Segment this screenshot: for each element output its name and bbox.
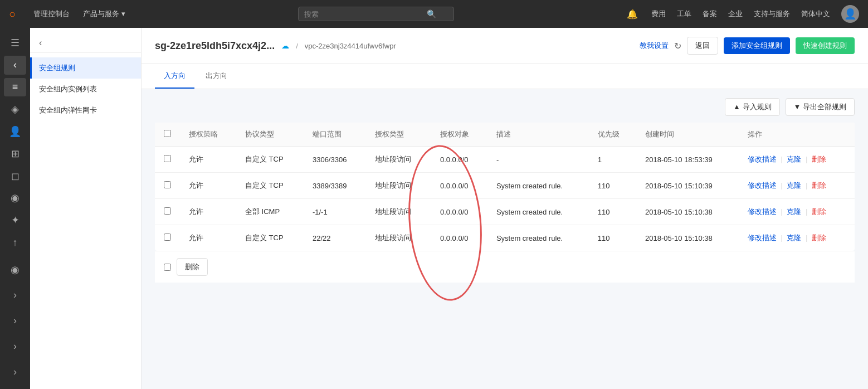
sidebar-chart-icon[interactable]: ↑: [4, 233, 26, 252]
table-row: 允许 自定义 TCP 3389/3389 地址段访问 0.0.0.0/0 Sys…: [155, 173, 855, 199]
table-footer: 删除: [155, 251, 855, 283]
row-desc-0: -: [487, 147, 589, 173]
icon-sidebar: ☰ ‹ ≡ ◈ 👤 ⊞ ◻ ◉ ✦ ↑ ◉ › › › ›: [0, 28, 30, 389]
sidebar-network-icon[interactable]: ✦: [4, 211, 26, 230]
main-layout: ☰ ‹ ≡ ◈ 👤 ⊞ ◻ ◉ ✦ ↑ ◉ › › › › ‹ 安全组规则 安全…: [0, 28, 868, 389]
row-protocol-2: 全部 ICMP: [236, 199, 304, 225]
breadcrumb-sep: /: [296, 42, 298, 50]
table-header-row: 授权策略 协议类型 端口范围 授权类型 授权对象 描述 优先级 创建时间 操作: [155, 123, 855, 147]
action-clone-0[interactable]: 克隆: [787, 155, 801, 163]
import-rules-button[interactable]: ▲ 导入规则: [725, 98, 779, 116]
bell-icon[interactable]: 🔔: [627, 9, 638, 20]
menu-item-security-rules[interactable]: 安全组规则: [30, 57, 141, 79]
sidebar-eye2-icon[interactable]: ◉: [4, 259, 26, 281]
sidebar-database-icon[interactable]: ⊞: [4, 144, 26, 163]
action-edit-2[interactable]: 修改描述: [748, 207, 777, 216]
row-created-2: 2018-05-10 15:10:38: [636, 199, 739, 225]
row-policy-1: 允许: [180, 173, 236, 199]
row-auth-obj-3: 0.0.0.0/0: [431, 225, 487, 251]
sidebar-eye-icon[interactable]: ◉: [4, 189, 26, 208]
row-created-0: 2018-05-10 18:53:39: [636, 147, 739, 173]
sidebar-arrow3-icon[interactable]: ›: [4, 335, 26, 358]
row-auth-type-1: 地址段访问: [366, 173, 431, 199]
table-row: 允许 全部 ICMP -1/-1 地址段访问 0.0.0.0/0 System …: [155, 199, 855, 225]
menu-item-instance-list[interactable]: 安全组内实例列表: [30, 79, 141, 100]
search-input[interactable]: [304, 10, 427, 18]
menu-item-elastic-nic[interactable]: 安全组内弹性网卡: [30, 100, 141, 121]
sidebar-arrow1-icon[interactable]: ›: [4, 284, 26, 307]
right-nav-items: 费用 工单 备案 企业 支持与服务 简体中文 👤: [651, 5, 859, 23]
nav-console[interactable]: 管理控制台: [33, 9, 70, 19]
menu-toggle-icon[interactable]: ☰: [4, 33, 26, 52]
row-checkbox-2[interactable]: [164, 207, 171, 215]
nav-billing[interactable]: 费用: [651, 9, 666, 19]
row-auth-type-2: 地址段访问: [366, 199, 431, 225]
action-clone-2[interactable]: 克隆: [787, 207, 801, 216]
action-clone-1[interactable]: 克隆: [787, 181, 801, 189]
row-checkbox-1[interactable]: [164, 181, 171, 188]
sidebar-users-icon[interactable]: 👤: [4, 122, 26, 141]
nav-language[interactable]: 简体中文: [801, 9, 830, 19]
nav-products[interactable]: 产品与服务 ▾: [83, 9, 125, 19]
sidebar-back-icon[interactable]: ‹: [4, 56, 26, 75]
nav-support[interactable]: 支持与服务: [754, 9, 790, 19]
action-delete-1[interactable]: 删除: [812, 181, 826, 189]
action-edit-1[interactable]: 修改描述: [748, 181, 777, 189]
row-checkbox-0[interactable]: [164, 155, 171, 162]
search-wrap: 🔍: [139, 7, 613, 21]
row-priority-3: 110: [589, 225, 636, 251]
select-all-checkbox[interactable]: [164, 130, 171, 137]
sidebar-shield-icon[interactable]: ◈: [4, 100, 26, 119]
row-port-3: 22/22: [304, 225, 366, 251]
table-area: ▲ 导入规则 ▼ 导出全部规则 授权策略 协议类型 端口范围 授权类型 授权对象…: [142, 89, 868, 389]
row-actions-0: 修改描述 | 克隆 | 删除: [739, 147, 855, 173]
export-rules-button[interactable]: ▼ 导出全部规则: [786, 98, 855, 116]
quick-create-button[interactable]: 快速创建规则: [796, 37, 855, 54]
row-actions-1: 修改描述 | 克隆 | 删除: [739, 173, 855, 199]
row-desc-1: System created rule.: [487, 173, 589, 199]
action-clone-3[interactable]: 克隆: [787, 234, 801, 242]
row-priority-2: 110: [589, 199, 636, 225]
nav-workorder[interactable]: 工单: [677, 9, 691, 19]
row-auth-type-3: 地址段访问: [366, 225, 431, 251]
help-settings-button[interactable]: 教我设置: [640, 41, 669, 51]
header-actions: 教我设置 ↻ 返回 添加安全组规则 快速创建规则: [640, 37, 855, 55]
row-port-0: 3306/3306: [304, 147, 366, 173]
sidebar-bottom: ◉ › › › ›: [4, 259, 26, 383]
row-auth-obj-2: 0.0.0.0/0: [431, 199, 487, 225]
sidebar-arrow4-icon[interactable]: ›: [4, 361, 26, 383]
action-edit-3[interactable]: 修改描述: [748, 234, 777, 242]
tab-inbound[interactable]: 入方向: [155, 64, 194, 89]
action-delete-0[interactable]: 删除: [812, 155, 826, 163]
table-row: 允许 自定义 TCP 3306/3306 地址段访问 0.0.0.0/0 - 1…: [155, 147, 855, 173]
tab-outbound[interactable]: 出方向: [197, 64, 236, 89]
search-icon: 🔍: [427, 9, 436, 18]
action-delete-3[interactable]: 删除: [812, 234, 826, 242]
row-desc-2: System created rule.: [487, 199, 589, 225]
back-button[interactable]: ‹: [30, 33, 141, 53]
action-delete-2[interactable]: 删除: [812, 207, 826, 216]
footer-checkbox[interactable]: [164, 264, 171, 271]
add-rule-button[interactable]: 添加安全组规则: [724, 37, 790, 54]
sidebar-arrow2-icon[interactable]: ›: [4, 310, 26, 332]
back-btn-header[interactable]: 返回: [687, 37, 718, 55]
nav-beian[interactable]: 备案: [703, 9, 717, 19]
row-checkbox-3[interactable]: [164, 234, 171, 241]
tab-bar: 入方向 出方向: [142, 64, 868, 89]
action-edit-0[interactable]: 修改描述: [748, 155, 777, 163]
th-policy: 授权策略: [180, 123, 236, 147]
row-actions-3: 修改描述 | 克隆 | 删除: [739, 225, 855, 251]
row-protocol-0: 自定义 TCP: [236, 147, 304, 173]
th-actions: 操作: [739, 123, 855, 147]
nav-enterprise[interactable]: 企业: [728, 9, 743, 19]
sidebar-list-icon[interactable]: ≡: [4, 78, 26, 97]
refresh-icon[interactable]: ↻: [674, 41, 681, 51]
content-wrapper: sg-2ze1re5ldh5i7xcx4j2... ☁ / vpc-2ze3nj…: [142, 28, 868, 389]
user-avatar[interactable]: 👤: [841, 5, 859, 23]
sidebar-cube-icon[interactable]: ◻: [4, 167, 26, 186]
row-policy-3: 允许: [180, 225, 236, 251]
page-header: sg-2ze1re5ldh5i7xcx4j2... ☁ / vpc-2ze3nj…: [142, 28, 868, 64]
delete-button[interactable]: 删除: [177, 258, 208, 276]
th-desc: 描述: [487, 123, 589, 147]
breadcrumb-vpc: vpc-2ze3nj3z4414ufwv6fwpr: [305, 42, 396, 50]
